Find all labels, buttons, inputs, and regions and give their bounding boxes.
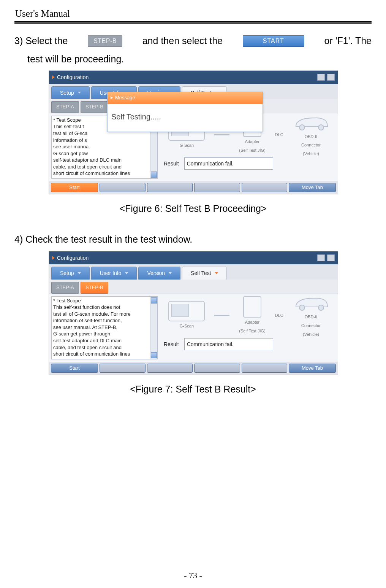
btn-label: Start (51, 183, 98, 192)
bar-slot (100, 183, 146, 192)
tab-label: Version (147, 268, 165, 278)
tool-icon (317, 74, 325, 81)
bar-slot (242, 183, 288, 192)
bar-slot (194, 364, 240, 373)
figure6-screenshot: Configuration Setup User Info Version Se… (49, 70, 338, 194)
result-label: Result (164, 159, 179, 169)
dev-label: (Vehicle) (303, 150, 319, 158)
scroll-down-icon[interactable] (151, 172, 157, 178)
cable-icon (214, 315, 229, 316)
dev-label: (Self Test JIG) (239, 146, 265, 154)
figure6-caption: <Figure 6: Self Test B Proceeding> (14, 200, 372, 218)
dev-car: OBD-II Connector (Vehicle) (293, 112, 329, 158)
dev-label: OBD-II (305, 313, 318, 321)
subtab-step-b[interactable]: STEP-B (81, 282, 108, 294)
move-tab-button[interactable]: Move Tab (289, 364, 336, 373)
btn-label: Move Tab (289, 183, 335, 192)
tab-userinfo[interactable]: User Info (91, 267, 137, 280)
triangle-icon (111, 96, 113, 99)
dev-gscan: G-Scan (168, 301, 205, 330)
btn-label: Move Tab (289, 364, 335, 372)
dev-label: Adapter (245, 318, 260, 326)
tabs: Setup User Info Version Self Test (49, 264, 338, 280)
btn-label: Start (51, 364, 98, 372)
start-button[interactable]: Start (51, 364, 98, 373)
scroll-up-icon[interactable] (151, 297, 157, 304)
result-row: Result Communication fail. (164, 157, 334, 170)
subtab-step-a[interactable]: STEP-A (51, 282, 79, 294)
dev-label: (Vehicle) (303, 331, 319, 338)
header-title: User's Manual (14, 8, 372, 21)
message-dialog: Message Self Testing..... (107, 92, 263, 132)
dev-label: Adapter (245, 138, 260, 146)
tool-icon (317, 254, 325, 261)
start-button[interactable]: Start (51, 183, 98, 192)
figure7-screenshot: Configuration Setup User Info Version Se… (49, 251, 338, 375)
cfg-title: Configuration (57, 253, 89, 263)
dev-adapter: Adapter(Self Test JIG) (239, 296, 265, 335)
cfg-bar: Configuration (49, 71, 338, 84)
dev-label: OBD-II (305, 133, 318, 141)
result-label: Result (164, 339, 179, 350)
dev-label: DLC (275, 311, 283, 319)
dev-car: OBD-II Connector (Vehicle) (293, 292, 329, 338)
scroll-down-icon[interactable] (151, 352, 157, 358)
subtab-step-a[interactable]: STEP-A (51, 101, 79, 113)
tool-icon (327, 74, 335, 81)
header-rule (14, 21, 372, 24)
tab-label: User Info (100, 268, 122, 278)
bar-slot (147, 364, 193, 373)
car-icon (293, 112, 329, 132)
dev-dlc: DLC (275, 311, 283, 319)
page-number: - 73 - (0, 571, 386, 580)
tab-selftest[interactable]: Self Test (182, 267, 226, 280)
result-value: Communication fail. (184, 157, 273, 170)
dev-label: (Self Test JIG) (239, 327, 265, 335)
chevron-down-icon (125, 272, 128, 274)
panes: * Test Scope This self-test function doe… (49, 294, 338, 362)
step3-pre: 3) Select the (14, 32, 68, 50)
triangle-icon (52, 75, 55, 79)
step4-text: 4) Check the test result in the test win… (14, 230, 372, 249)
step3-post: or 'F1'. The (324, 32, 372, 50)
tool-icon (327, 254, 335, 261)
dev-label: G-Scan (180, 141, 194, 149)
bar-slot (242, 364, 288, 373)
step-b-chip: STEP-B (88, 35, 122, 47)
chevron-down-icon (78, 92, 81, 94)
cfg-tools (317, 74, 335, 81)
cfg-tools (317, 254, 335, 261)
subtab-step-b[interactable]: STEP-B (81, 101, 108, 113)
bottom-bar: Start Move Tab (49, 181, 338, 194)
chevron-down-icon (169, 272, 172, 274)
move-tab-button[interactable]: Move Tab (289, 183, 336, 192)
svg-point-0 (299, 125, 305, 130)
tab-setup[interactable]: Setup (51, 267, 90, 280)
tab-setup[interactable]: Setup (51, 86, 90, 99)
bar-slot (100, 364, 146, 373)
step3-mid: and then select the (142, 32, 223, 50)
scope-content: * Test Scope This self-test function doe… (53, 297, 156, 358)
scope-text: * Test Scope This self-test function doe… (51, 296, 158, 359)
tab-label: Setup (60, 88, 74, 98)
cfg-bar: Configuration (49, 251, 338, 265)
diagram: G-Scan Adapter(Self Test JIG) DLC OBD-II… (164, 297, 334, 334)
chevron-down-icon (215, 272, 218, 274)
scrollbar[interactable] (150, 297, 157, 359)
chevron-down-icon (78, 272, 81, 274)
triangle-icon (52, 256, 55, 260)
svg-point-1 (318, 125, 324, 130)
dev-label: DLC (275, 131, 283, 139)
message-title: Message (115, 93, 135, 103)
cable-icon (214, 134, 229, 135)
car-icon (293, 292, 329, 312)
cfg-title: Configuration (57, 72, 89, 83)
dev-label: Connector (301, 322, 321, 330)
step3-line2: test will be proceeding. (14, 50, 372, 68)
result-value: Communication fail. (184, 338, 273, 351)
tab-version[interactable]: Version (138, 267, 180, 280)
dev-label: Connector (301, 141, 321, 149)
svg-point-2 (299, 305, 305, 310)
figure7-caption: <Figure 7: Self Test B Result> (14, 380, 372, 399)
result-row: Result Communication fail. (164, 338, 334, 351)
